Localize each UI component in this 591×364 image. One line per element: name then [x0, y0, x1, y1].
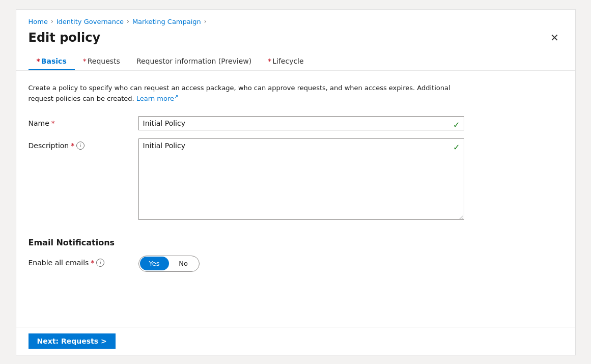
name-row: Name * ✓: [29, 116, 563, 130]
yes-no-toggle[interactable]: Yes No: [138, 256, 200, 272]
name-input-wrap: ✓: [138, 116, 464, 130]
tab-requests-star: *: [83, 57, 87, 65]
external-link-icon: ↗: [174, 94, 178, 99]
description-check-icon: ✓: [453, 143, 460, 152]
next-requests-button[interactable]: Next: Requests >: [29, 333, 116, 349]
learn-more-link[interactable]: Learn more↗: [136, 95, 179, 102]
panel-header: Home › Identity Governance › Marketing C…: [16, 10, 575, 71]
description-input-wrap: Initial Policy ✓: [138, 138, 464, 221]
enable-emails-required-star: *: [91, 259, 94, 267]
tab-basics[interactable]: *Basics: [29, 53, 75, 70]
description-label: Description * i: [29, 138, 130, 150]
tab-lifecycle[interactable]: *Lifecycle: [260, 53, 312, 70]
enable-all-emails-row: Enable all emails * i Yes No: [29, 256, 563, 272]
breadcrumb-sep-3: ›: [204, 18, 207, 25]
description-textarea[interactable]: Initial Policy: [138, 138, 464, 220]
breadcrumb-marketing-campaign[interactable]: Marketing Campaign: [132, 18, 201, 25]
tab-requestor-info[interactable]: Requestor information (Preview): [128, 53, 260, 70]
breadcrumb: Home › Identity Governance › Marketing C…: [29, 18, 563, 25]
name-check-icon: ✓: [453, 120, 460, 130]
breadcrumb-home[interactable]: Home: [29, 18, 48, 25]
breadcrumb-sep-1: ›: [51, 18, 53, 25]
description-row: Description * i Initial Policy ✓: [29, 138, 563, 221]
close-button[interactable]: ✕: [546, 31, 563, 45]
tabs-nav: *Basics *Requests Requestor information …: [29, 53, 563, 70]
page-title: Edit policy: [29, 31, 101, 45]
name-required-star: *: [51, 119, 55, 127]
enable-emails-label: Enable all emails * i: [29, 256, 130, 267]
panel-footer: Next: Requests >: [16, 327, 575, 355]
tab-lifecycle-star: *: [268, 57, 271, 65]
enable-emails-info-icon[interactable]: i: [96, 259, 104, 267]
panel-body: Create a policy to specify who can reque…: [16, 71, 575, 327]
tab-basics-star: *: [37, 57, 40, 65]
toggle-no-option[interactable]: No: [169, 257, 198, 270]
form-section: Name * ✓ Description * i Initial Policy …: [29, 116, 563, 221]
toggle-yes-option[interactable]: Yes: [140, 257, 169, 270]
description-required-star: *: [71, 142, 74, 150]
breadcrumb-sep-2: ›: [127, 18, 129, 25]
email-notifications-title: Email Notifications: [29, 238, 563, 247]
description-text: Create a policy to specify who can reque…: [29, 83, 456, 104]
edit-policy-panel: Home › Identity Governance › Marketing C…: [16, 9, 576, 355]
name-input[interactable]: [138, 116, 464, 130]
description-info-icon[interactable]: i: [76, 142, 85, 150]
breadcrumb-identity-governance[interactable]: Identity Governance: [57, 18, 124, 25]
tab-requests[interactable]: *Requests: [75, 53, 128, 70]
name-label: Name *: [29, 116, 130, 127]
page-title-row: Edit policy ✕: [29, 31, 563, 45]
email-notifications-section: Email Notifications Enable all emails * …: [29, 238, 563, 272]
